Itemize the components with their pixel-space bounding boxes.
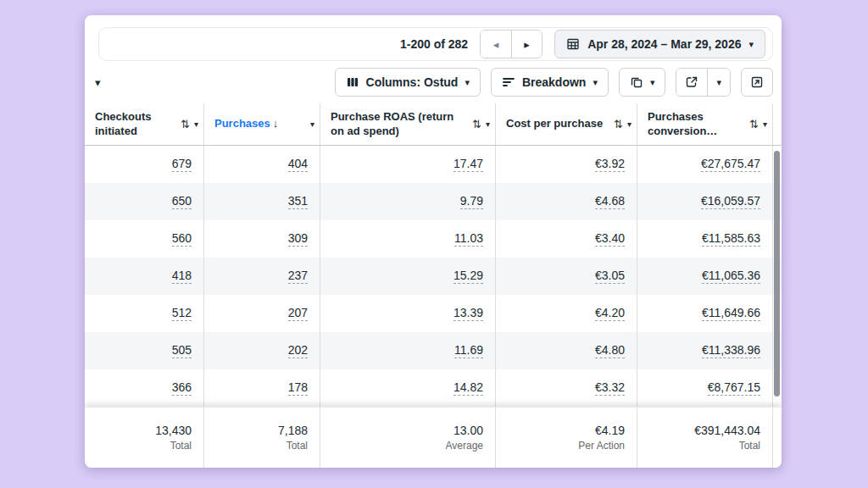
metric-value: 178 xyxy=(288,380,308,396)
breakdown-button[interactable]: Breakdown ▾ xyxy=(491,68,609,97)
table-cell: 13.39 xyxy=(320,295,496,332)
table-cell: 418 xyxy=(85,258,204,295)
chevron-down-icon: ▾ xyxy=(465,78,470,87)
table-cell: €8,767.15 xyxy=(637,369,773,407)
metrics-table: Checkouts initiated ⇅ ▾ Purchases↓ ▾ Pur… xyxy=(85,103,782,468)
total-cell: 13.00Average xyxy=(320,408,496,468)
pagination: ◂ ▸ xyxy=(480,30,542,58)
export-split-button: ▾ xyxy=(676,68,731,97)
table-cell: €3.32 xyxy=(496,369,637,407)
table-cell: €3.40 xyxy=(496,220,637,258)
columns-button[interactable]: Columns: Ostud ▾ xyxy=(335,68,481,97)
table-cell: 11.03 xyxy=(320,220,496,258)
export-options-button[interactable]: ▾ xyxy=(707,69,730,96)
metric-value: 650 xyxy=(172,194,192,209)
total-label: Average xyxy=(446,440,483,452)
chevron-down-icon[interactable]: ▾ xyxy=(486,120,490,129)
metric-value: 351 xyxy=(288,194,308,209)
results-count: 1-200 of 282 xyxy=(400,37,468,51)
sort-icon[interactable]: ⇅ xyxy=(614,119,623,130)
open-report-button[interactable] xyxy=(741,68,773,97)
total-label: Total xyxy=(170,440,192,452)
column-header-cost-per-purchase[interactable]: Cost per purchase ⇅ ▾ xyxy=(496,103,637,145)
next-page-button[interactable]: ▸ xyxy=(511,30,542,58)
metric-value: €27,675.47 xyxy=(701,157,760,172)
table-cell: 9.79 xyxy=(320,183,496,220)
date-range-picker[interactable]: Apr 28, 2024 – Mar 29, 2026 ▾ xyxy=(554,30,765,58)
table-cell: 17.47 xyxy=(320,146,496,183)
table-cell: 351 xyxy=(204,183,320,220)
total-cell: €391,443.04Total xyxy=(637,408,773,468)
table-header-row: Checkouts initiated ⇅ ▾ Purchases↓ ▾ Pur… xyxy=(85,103,782,146)
sort-descending-icon: ↓ xyxy=(273,117,279,130)
table-cell: 366 xyxy=(85,369,204,407)
chevron-down-icon[interactable]: ▾ xyxy=(92,76,104,89)
metric-value: 13.39 xyxy=(453,306,483,321)
copy-icon xyxy=(630,75,643,89)
total-label: Total xyxy=(287,440,308,452)
chevron-down-icon[interactable]: ▾ xyxy=(194,120,198,129)
next-icon: ▸ xyxy=(524,38,530,51)
column-header-purchases[interactable]: Purchases↓ ▾ xyxy=(204,103,320,145)
total-value: 13,430 xyxy=(155,424,192,437)
columns-icon xyxy=(346,75,359,89)
table-cell: 309 xyxy=(204,220,320,258)
table-cell: 14.82 xyxy=(320,369,496,407)
table-cell: 207 xyxy=(204,295,320,332)
table-cell: €4.20 xyxy=(496,295,637,332)
previous-page-button[interactable]: ◂ xyxy=(481,30,511,58)
calendar-icon xyxy=(566,37,580,51)
column-header-purchase-roas[interactable]: Purchase ROAS (return on ad spend) ⇅ ▾ xyxy=(320,103,496,145)
metric-value: €4.20 xyxy=(595,306,625,321)
table-cell: 679 xyxy=(85,146,204,183)
total-label: Per Action xyxy=(578,440,625,452)
total-value: 7,188 xyxy=(278,424,308,437)
table-cell: €27,675.47 xyxy=(637,146,773,183)
table-cell: 560 xyxy=(85,220,204,258)
metric-value: 15.29 xyxy=(453,269,483,284)
metric-value: 207 xyxy=(288,306,308,321)
table-cell: €3.92 xyxy=(496,146,637,183)
metric-value: 11.03 xyxy=(454,231,483,247)
table-body: 67940417.47€3.92€27,675.476503519.79€4.6… xyxy=(85,146,782,407)
table-cell: 15.29 xyxy=(320,258,496,295)
metric-value: 505 xyxy=(172,343,192,358)
table-cell: 650 xyxy=(85,183,204,220)
sort-icon[interactable]: ⇅ xyxy=(472,119,481,130)
total-value: 13.00 xyxy=(453,424,483,437)
totals-row: 13,430Total7,188Total13.00Average€4.19Pe… xyxy=(85,407,782,468)
metric-value: €3.92 xyxy=(595,157,625,172)
metric-value: 679 xyxy=(172,157,192,172)
sort-icon[interactable]: ⇅ xyxy=(181,119,190,130)
ads-reporting-panel: 1-200 of 282 ◂ ▸ Apr 28, 2024 – Mar 29, … xyxy=(85,15,782,468)
table-row: 50520211.69€4.80€11,338.96 xyxy=(85,332,782,369)
metric-value: 237 xyxy=(288,269,308,284)
column-header-purchases-conversion[interactable]: Purchases conversion… ⇅ ▾ xyxy=(637,103,773,145)
metric-value: €4.68 xyxy=(595,194,625,209)
columns-button-label: Columns: Ostud xyxy=(366,75,459,89)
export-button[interactable] xyxy=(676,69,707,96)
column-label: Purchases conversion… xyxy=(648,110,746,138)
chevron-down-icon[interactable]: ▾ xyxy=(627,120,632,129)
table-cell: 404 xyxy=(204,146,320,183)
reports-button[interactable]: ▾ xyxy=(619,68,666,97)
popout-icon xyxy=(750,75,764,89)
table-cell: 512 xyxy=(85,295,204,332)
chevron-down-icon[interactable]: ▾ xyxy=(763,120,767,129)
total-cell: 7,188Total xyxy=(204,408,320,468)
column-header-checkouts-initiated[interactable]: Checkouts initiated ⇅ ▾ xyxy=(85,103,204,145)
vertical-scrollbar[interactable] xyxy=(774,151,780,396)
table-cell: 11.69 xyxy=(320,332,496,369)
table-cell: €11,649.66 xyxy=(637,295,773,332)
column-label: Purchase ROAS (return on ad spend) xyxy=(331,110,469,138)
chevron-down-icon: ▾ xyxy=(748,40,754,49)
table-cell: €11,585.63 xyxy=(637,220,773,258)
metric-value: €3.05 xyxy=(595,269,625,284)
metric-value: €3.32 xyxy=(595,380,625,396)
sort-icon[interactable]: ⇅ xyxy=(749,119,759,130)
total-value: €391,443.04 xyxy=(694,424,760,437)
chevron-down-icon[interactable]: ▾ xyxy=(310,120,314,129)
breakdown-button-label: Breakdown xyxy=(522,75,586,89)
metric-value: €11,649.66 xyxy=(702,306,760,321)
toolbar-buttons: Columns: Ostud ▾ Breakdown ▾ xyxy=(335,68,773,97)
